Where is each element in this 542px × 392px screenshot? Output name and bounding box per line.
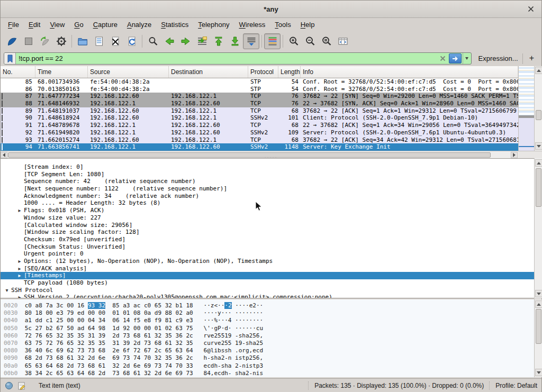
packet-row-85[interactable]: 8568.001734936fe:54:00:d4:38:2aSTP54Conf… <box>1 78 518 86</box>
resize-columns-button[interactable] <box>335 33 351 49</box>
detail-line[interactable]: [Checksum Status: Unverified] <box>1 243 534 251</box>
menu-telephony[interactable]: Telephony <box>193 19 234 30</box>
profile-selector[interactable]: Profile: Default <box>495 382 537 389</box>
save-capture-file-button[interactable] <box>91 33 107 49</box>
hex-row-0060[interactable]: 0060 72 76 65 32 35 35 31 39 2d 73 68 61… <box>4 332 534 340</box>
scrollbar-thumb[interactable] <box>536 110 541 120</box>
detail-line[interactable]: 1000 .... = Header Length: 32 bytes (8) <box>1 199 534 207</box>
detail-line[interactable]: ▸[Timestamps] <box>1 272 534 279</box>
hex-row-0040[interactable]: 0040 a1 dd c1 25 00 00 04 34 06 14 f5 e8… <box>4 317 534 324</box>
scroll-down-button[interactable] <box>535 369 542 376</box>
menu-go[interactable]: Go <box>69 19 88 30</box>
colorize-packets-button[interactable] <box>264 33 281 49</box>
column-header-destination[interactable]: Destination <box>169 66 248 78</box>
filter-bookmark-button[interactable] <box>4 53 16 64</box>
filter-apply-button[interactable] <box>449 53 462 63</box>
start-capture-button[interactable] <box>4 33 20 49</box>
go-to-packet-button[interactable] <box>194 33 210 49</box>
hex-row-00a0[interactable]: 00a0 65 63 64 68 2d 73 68 61 32 2d 6e 69… <box>4 362 534 370</box>
packet-row-91[interactable]: 9171.648789678192.168.122.1192.168.122.6… <box>1 122 518 129</box>
expander-right-icon[interactable]: ▸ <box>15 265 24 272</box>
packet-row-89[interactable]: 8971.648191037192.168.122.60192.168.122.… <box>1 107 518 115</box>
splitter-handle[interactable]: ····· <box>1 156 541 159</box>
detail-line[interactable]: Checksum: 0x79ed [unverified] <box>1 236 534 243</box>
intelligent-scrollbar-minimap[interactable] <box>518 66 534 151</box>
menu-wireless[interactable]: Wireless <box>234 19 270 30</box>
expander-down-icon[interactable]: ▾ <box>3 287 11 294</box>
scrollbar-thumb[interactable] <box>536 309 541 344</box>
bytes-vscrollbar[interactable] <box>534 299 542 377</box>
detail-line[interactable]: TCP payload (1080 bytes) <box>1 279 534 287</box>
detail-line[interactable]: [Stream index: 0] <box>1 163 534 171</box>
filter-history-dropdown[interactable] <box>463 53 471 64</box>
expander-right-icon[interactable]: ▸ <box>15 258 24 265</box>
menu-statistics[interactable]: Statistics <box>156 19 193 30</box>
go-to-last-packet-button[interactable] <box>227 33 243 49</box>
detail-line[interactable]: ▸Options: (12 bytes), No-Operation (NOP)… <box>1 258 534 265</box>
packet-row-87[interactable]: 8771.647777234192.168.122.60192.168.122.… <box>1 93 518 100</box>
detail-line[interactable]: [TCP Segment Len: 1080] <box>1 171 534 178</box>
hex-row-0080[interactable]: 0080 36 40 6c 69 62 73 73 68 2e 6f 72 67… <box>4 347 534 354</box>
zoom-in-button[interactable] <box>285 33 302 49</box>
menu-edit[interactable]: Edit <box>24 19 45 30</box>
scroll-up-button[interactable] <box>535 159 542 167</box>
expert-info-button[interactable] <box>5 381 13 390</box>
scroll-down-button[interactable] <box>535 142 542 150</box>
capture-options-button[interactable] <box>53 33 69 49</box>
filter-clear-button[interactable] <box>438 56 448 61</box>
hex-row-0070[interactable]: 0070 63 75 72 76 65 32 35 35 31 39 2d 73… <box>4 340 534 347</box>
packet-row-94[interactable]: 9471.663856741192.168.122.1192.168.122.6… <box>1 143 518 151</box>
splitter-handle[interactable]: ····· <box>1 296 541 299</box>
menu-tools[interactable]: Tools <box>270 19 295 30</box>
open-capture-file-button[interactable] <box>74 33 91 49</box>
zoom-out-button[interactable] <box>302 33 318 49</box>
details-vscrollbar[interactable] <box>534 158 542 298</box>
column-header-length[interactable]: Length <box>278 66 301 78</box>
column-header-protocol[interactable]: Protocol <box>248 66 278 78</box>
packet-row-92[interactable]: 9271.661949820192.168.122.1192.168.122.6… <box>1 129 518 136</box>
packet-list-vscrollbar[interactable] <box>534 66 542 151</box>
stop-capture-button[interactable] <box>20 33 37 49</box>
restart-capture-button[interactable] <box>37 33 53 49</box>
add-filter-button[interactable]: + <box>527 53 538 64</box>
packet-row-88[interactable]: 8871.648146932192.168.122.1192.168.122.6… <box>1 100 518 107</box>
detail-line[interactable]: ▸Flags: 0x018 (PSH, ACK) <box>1 207 534 214</box>
expander-right-icon[interactable]: ▸ <box>15 207 24 214</box>
close-capture-file-button[interactable] <box>107 33 123 49</box>
expander-right-icon[interactable]: ▸ <box>15 272 24 279</box>
hex-row-00b0[interactable]: 00b0 38 34 2c 65 63 64 68 2d 73 68 61 32… <box>4 370 534 377</box>
capture-comment-button[interactable] <box>17 381 26 390</box>
go-back-button[interactable] <box>161 33 177 49</box>
hex-row-0020[interactable]: 0020 c0 a8 7a 3c 00 16 93 32 85 a3 ac c0… <box>4 302 534 309</box>
detail-line[interactable]: Acknowledgment number: 34 (relative ack … <box>1 193 534 200</box>
hex-row-0030[interactable]: 0030 80 18 00 e3 79 ed 00 00 01 01 08 0a… <box>4 309 534 317</box>
menu-file[interactable]: File <box>3 19 24 30</box>
packet-row-86[interactable]: 8670.013850163fe:54:00:d4:38:2aSTP54Conf… <box>1 86 518 93</box>
reload-capture-file-button[interactable] <box>123 33 140 49</box>
detail-line[interactable]: ▾SSH Protocol <box>1 287 534 294</box>
go-forward-button[interactable] <box>177 33 194 49</box>
window-close-button[interactable] <box>527 5 535 13</box>
detail-line[interactable]: [Next sequence number: 1122 (relative se… <box>1 185 534 193</box>
column-header-no[interactable]: No. <box>1 66 35 78</box>
auto-scroll-button[interactable] <box>243 33 259 49</box>
scroll-up-button[interactable] <box>535 300 542 308</box>
display-filter-input[interactable] <box>16 53 438 64</box>
column-header-source[interactable]: Source <box>88 66 169 78</box>
detail-line[interactable]: Window size value: 227 <box>1 214 534 222</box>
menu-analyze[interactable]: Analyze <box>122 19 156 30</box>
scroll-up-button[interactable] <box>535 67 542 74</box>
column-header-time[interactable]: Time <box>35 66 88 78</box>
hex-row-0090[interactable]: 0090 68 2d 73 68 61 32 2d 6e 69 73 74 70… <box>4 354 534 362</box>
detail-line[interactable]: Sequence number: 42 (relative sequence n… <box>1 178 534 185</box>
menu-view[interactable]: View <box>45 19 69 30</box>
detail-line[interactable]: [Calculated window size: 29056] <box>1 222 534 229</box>
packet-row-93[interactable]: 9371.662015274192.168.122.60192.168.122.… <box>1 136 518 144</box>
zoom-original-button[interactable] <box>318 33 335 49</box>
detail-line[interactable]: Urgent pointer: 0 <box>1 250 534 258</box>
detail-line[interactable]: ▸[SEQ/ACK analysis] <box>1 265 534 272</box>
go-to-first-packet-button[interactable] <box>210 33 227 49</box>
menu-help[interactable]: Help <box>296 19 320 30</box>
hex-row-0050[interactable]: 0050 5c 27 b2 67 50 ad 64 98 1d 92 00 00… <box>4 325 534 332</box>
detail-line[interactable]: [Window size scaling factor: 128] <box>1 229 534 236</box>
